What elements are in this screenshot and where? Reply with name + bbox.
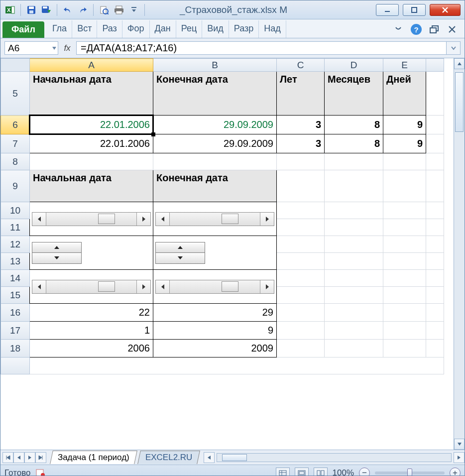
tab-home[interactable]: Гла bbox=[47, 20, 72, 38]
fx-label[interactable]: fx bbox=[64, 43, 70, 53]
scrollbar-control-2b[interactable] bbox=[155, 280, 274, 294]
cell-A6[interactable]: 22.01.2006 bbox=[30, 116, 153, 134]
window-close-icon[interactable] bbox=[448, 25, 457, 33]
cell-F11[interactable] bbox=[426, 219, 444, 236]
scroll-down-icon[interactable] bbox=[454, 439, 465, 450]
cell-B10[interactable] bbox=[153, 202, 277, 236]
cell-E7[interactable]: 9 bbox=[383, 134, 426, 153]
tab-formulas[interactable]: Фор bbox=[122, 20, 150, 38]
excel-app-icon[interactable]: X bbox=[3, 3, 16, 16]
cell-E18[interactable] bbox=[383, 340, 426, 357]
cell-D13[interactable] bbox=[325, 253, 383, 270]
view-normal-icon[interactable] bbox=[276, 468, 290, 476]
cell-F8[interactable] bbox=[426, 153, 444, 170]
cell-B6[interactable]: 29.09.2009 bbox=[153, 116, 277, 134]
scroll-thumb[interactable] bbox=[222, 454, 247, 461]
scroll-right-icon[interactable] bbox=[136, 213, 150, 226]
zoom-slider-thumb[interactable] bbox=[407, 469, 412, 476]
row-header-18[interactable]: 18 bbox=[1, 340, 30, 357]
qat-customize-icon[interactable] bbox=[127, 3, 140, 16]
row-header-16[interactable]: 16 bbox=[1, 304, 30, 322]
zoom-level[interactable]: 100% bbox=[333, 468, 354, 476]
cell-B12[interactable] bbox=[153, 236, 277, 270]
cell-C18[interactable] bbox=[277, 340, 325, 357]
row-header-7[interactable]: 7 bbox=[1, 134, 30, 153]
cell-D10[interactable] bbox=[325, 202, 383, 219]
scroll-left-icon[interactable] bbox=[32, 213, 46, 226]
tab-data[interactable]: Дан bbox=[150, 20, 176, 38]
cell-B7[interactable]: 29.09.2009 bbox=[153, 134, 277, 153]
cell-C13[interactable] bbox=[277, 253, 325, 270]
col-header-E[interactable]: E bbox=[383, 59, 426, 72]
scroll-thumb[interactable] bbox=[98, 214, 115, 224]
vertical-scrollbar[interactable] bbox=[454, 58, 465, 450]
cell-F10[interactable] bbox=[426, 202, 444, 219]
cell-A9[interactable]: Начальная дата bbox=[30, 170, 153, 202]
sheet-nav-first-icon[interactable] bbox=[2, 452, 13, 463]
scroll-right-icon[interactable] bbox=[260, 213, 274, 226]
cell-E14[interactable] bbox=[383, 270, 426, 287]
cell-D5[interactable]: Месяцев bbox=[325, 72, 383, 116]
row-header-17[interactable]: 17 bbox=[1, 322, 30, 340]
scroll-up-icon[interactable] bbox=[454, 58, 465, 69]
scrollbar-control-1b[interactable] bbox=[155, 212, 274, 226]
row-header-8[interactable]: 8 bbox=[1, 153, 30, 170]
scroll-left-icon[interactable] bbox=[156, 213, 170, 226]
cell-A5[interactable]: Начальная дата bbox=[30, 72, 153, 116]
cell-C15[interactable] bbox=[277, 287, 325, 304]
cell-D9[interactable] bbox=[325, 170, 383, 202]
sheet-nav-last-icon[interactable] bbox=[35, 452, 46, 463]
cell-A18[interactable]: 2006 bbox=[30, 340, 153, 357]
scrollbar-control-1a[interactable] bbox=[32, 212, 151, 226]
cell-D8[interactable] bbox=[325, 153, 383, 170]
cell-D15[interactable] bbox=[325, 287, 383, 304]
cell-C6[interactable]: 3 bbox=[277, 116, 325, 134]
col-header-next[interactable] bbox=[426, 59, 444, 72]
hscroll-right-icon[interactable] bbox=[454, 452, 465, 463]
cell-F5[interactable] bbox=[426, 72, 444, 116]
zoom-in-button[interactable]: + bbox=[450, 468, 461, 476]
sheet-nav-next-icon[interactable] bbox=[24, 452, 35, 463]
cell-B17[interactable]: 9 bbox=[153, 322, 277, 340]
cell-A17[interactable]: 1 bbox=[30, 322, 153, 340]
macro-record-icon[interactable] bbox=[36, 469, 46, 476]
cell-A16[interactable]: 22 bbox=[30, 304, 153, 322]
cell-A10[interactable] bbox=[30, 202, 153, 236]
view-pagebreak-icon[interactable] bbox=[314, 468, 328, 476]
select-all-corner[interactable] bbox=[1, 59, 30, 72]
spin-down-icon[interactable] bbox=[32, 253, 82, 264]
cell-F14[interactable] bbox=[426, 270, 444, 287]
cell-F16[interactable] bbox=[426, 304, 444, 322]
print-preview-icon[interactable] bbox=[98, 3, 111, 16]
tab-pagelayout[interactable]: Раз bbox=[97, 20, 122, 38]
name-box-dropdown-icon[interactable] bbox=[52, 46, 57, 51]
scroll-thumb[interactable] bbox=[222, 214, 238, 224]
cell-D17[interactable] bbox=[325, 322, 383, 340]
cell-C17[interactable] bbox=[277, 322, 325, 340]
spin-control-b[interactable] bbox=[155, 242, 205, 264]
window-restore-icon[interactable] bbox=[430, 25, 440, 33]
row-header-5[interactable]: 5 bbox=[1, 72, 30, 116]
cell-D11[interactable] bbox=[325, 219, 383, 236]
cell-C16[interactable] bbox=[277, 304, 325, 322]
zoom-out-button[interactable]: − bbox=[359, 468, 370, 476]
help-icon[interactable]: ? bbox=[411, 24, 422, 35]
cell-E5[interactable]: Дней bbox=[383, 72, 426, 116]
cell-F17[interactable] bbox=[426, 322, 444, 340]
cell-E6[interactable]: 9 bbox=[383, 116, 426, 134]
sheet-tab-inactive[interactable]: EXCEL2.RU bbox=[137, 451, 200, 464]
sheet-nav-prev-icon[interactable] bbox=[13, 452, 24, 463]
redo-icon[interactable] bbox=[76, 3, 89, 16]
cell-B5[interactable]: Конечная дата bbox=[153, 72, 277, 116]
view-pagelayout-icon[interactable] bbox=[295, 468, 309, 476]
cell-C12[interactable] bbox=[277, 236, 325, 253]
row-header-9[interactable]: 9 bbox=[1, 170, 30, 202]
cell-F6[interactable] bbox=[426, 116, 444, 134]
cell-F13[interactable] bbox=[426, 253, 444, 270]
spin-control-a[interactable] bbox=[32, 242, 82, 264]
cell-C9[interactable] bbox=[277, 170, 325, 202]
cell-D6[interactable]: 8 bbox=[325, 116, 383, 134]
scroll-thumb[interactable] bbox=[98, 281, 115, 292]
sheet-tab-active[interactable]: Задача (1 период) bbox=[50, 451, 137, 464]
row-header-10[interactable]: 10 bbox=[1, 202, 30, 219]
